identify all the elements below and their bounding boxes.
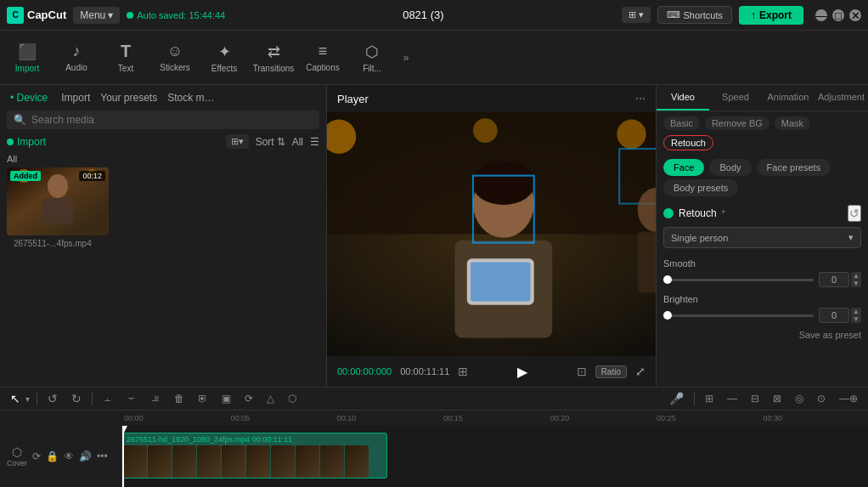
player-menu-icon[interactable]: ⋯	[635, 93, 645, 105]
brighten-value-input[interactable]	[819, 308, 849, 323]
effects-label: Effects	[211, 64, 237, 73]
clip-label: 2675511-hd_1920_1080_24fps.mp4 00:00:11:…	[127, 435, 292, 444]
timeline: 00:00 00:05 00:10 00:15 00:20 00:25 00:3…	[0, 411, 868, 487]
tab-stock[interactable]: Stock mate...	[167, 92, 218, 104]
tab-adjustment[interactable]: Adjustment	[814, 85, 868, 110]
select-tool-arrow[interactable]: ▾	[25, 394, 30, 404]
tool-transitions[interactable]: ⇄ Transitions	[250, 34, 297, 82]
right-tool-3[interactable]: ⊟	[747, 391, 763, 406]
right-tool-5[interactable]: ◎	[792, 391, 807, 406]
brighten-increment[interactable]: ▲	[851, 308, 861, 315]
tool-effects[interactable]: ✦ Effects	[200, 34, 248, 82]
track-controls: ⬡ Cover ⟳ 🔒 👁 🔊 •••	[0, 426, 122, 487]
main-toolbar: ⬛ Import ♪ Audio T Text ☺ Stickers ✦ Eff…	[0, 31, 868, 85]
body-button[interactable]: Body	[709, 159, 751, 176]
toolbar-more[interactable]: »	[397, 34, 414, 82]
tool-filter[interactable]: ⬡ Filt...	[348, 34, 396, 82]
tab-your-presets[interactable]: Your presets	[100, 92, 157, 104]
split-button-1[interactable]: ⫠	[99, 391, 116, 406]
subtab-mask[interactable]: Mask	[775, 116, 810, 130]
crop-button[interactable]: ▣	[218, 391, 234, 406]
export-button[interactable]: ↑ Export	[739, 6, 803, 25]
track-visibility-button[interactable]: 👁	[64, 450, 74, 462]
save-preset-button[interactable]: Save as preset	[657, 326, 868, 343]
brighten-decrement[interactable]: ▼	[851, 315, 861, 323]
smooth-value-input[interactable]	[819, 272, 849, 287]
split-button-3[interactable]: ⫡	[147, 391, 164, 406]
fullscreen-button[interactable]: ⤢	[635, 365, 645, 378]
filter-button[interactable]: ☰	[310, 136, 319, 148]
media-section-label: All	[0, 154, 326, 167]
tab-animation[interactable]: Animation	[762, 85, 814, 110]
right-tool-7[interactable]: —⊕	[836, 391, 861, 406]
layout-button[interactable]: ⊞ ▾	[622, 7, 651, 23]
shortcuts-button[interactable]: ⌨ Shortcuts	[657, 6, 732, 24]
import-button[interactable]: Import	[7, 136, 46, 148]
tool-text[interactable]: T Text	[102, 34, 149, 82]
right-tool-2[interactable]: —	[724, 391, 741, 406]
search-input[interactable]	[31, 114, 313, 126]
tool-stickers[interactable]: ☺ Stickers	[151, 34, 199, 82]
track-more-button[interactable]: •••	[97, 450, 108, 462]
smooth-increment[interactable]: ▲	[851, 272, 861, 280]
face-detect-icon[interactable]: ⊡	[577, 365, 587, 378]
smooth-slider[interactable]	[663, 279, 814, 281]
mic-button[interactable]: 🎤	[666, 390, 687, 407]
ratio-button[interactable]: Ratio	[595, 365, 627, 378]
right-tool-1[interactable]: ⊞	[702, 391, 717, 406]
tab-import[interactable]: Import	[61, 92, 90, 104]
redo-button[interactable]: ↻	[68, 390, 85, 407]
undo-button[interactable]: ↺	[44, 390, 61, 407]
sort-button[interactable]: Sort ⇅	[256, 136, 285, 148]
ruler-mark: 00:25	[655, 414, 761, 422]
tool-audio[interactable]: ♪ Audio	[53, 34, 100, 82]
right-tool-6[interactable]: ⊙	[814, 391, 829, 406]
close-button[interactable]: ✕	[849, 9, 861, 21]
minimize-button[interactable]: —	[815, 9, 827, 21]
tool-captions[interactable]: ≡ Captions	[299, 34, 347, 82]
view-toggle-button[interactable]: ⊞▾	[226, 134, 249, 149]
cover-label[interactable]: ⬡ Cover	[7, 445, 27, 467]
menu-button[interactable]: Menu ▾	[73, 7, 120, 24]
body-presets-button[interactable]: Body presets	[663, 179, 738, 196]
timeline-grid-icon[interactable]: ⊞	[458, 365, 468, 378]
shield-button[interactable]: ⛨	[194, 391, 211, 406]
track-audio-button[interactable]: 🔊	[79, 450, 92, 462]
select-tool-button[interactable]: ↖	[7, 390, 24, 407]
subtab-basic[interactable]: Basic	[663, 116, 700, 130]
maximize-button[interactable]: □	[832, 9, 844, 21]
play-button[interactable]: ▶	[512, 361, 533, 382]
track-lock-button[interactable]: 🔒	[46, 450, 59, 462]
brighten-slider[interactable]	[663, 314, 814, 317]
window-controls: — □ ✕	[815, 9, 861, 21]
smooth-decrement[interactable]: ▼	[851, 280, 861, 287]
tab-video[interactable]: Video	[657, 85, 709, 110]
list-item[interactable]: Added 00:12 2675511-...4fps.mp4	[7, 167, 109, 248]
rotate-button[interactable]: ⟳	[241, 391, 256, 406]
filter-all[interactable]: All	[292, 136, 303, 148]
face-presets-button[interactable]: Face presets	[757, 159, 831, 176]
subtab-retouch[interactable]: Retouch	[663, 135, 713, 150]
clip-frame	[123, 445, 147, 478]
audio-icon: ♪	[73, 42, 81, 60]
topbar-right: ⊞ ▾ ⌨ Shortcuts ↑ Export — □ ✕	[622, 6, 861, 25]
media-thumbnail[interactable]: Added 00:12	[7, 167, 109, 235]
split-button-2[interactable]: ⫟	[123, 391, 140, 406]
reset-button[interactable]: ↺	[848, 205, 861, 222]
playhead	[122, 426, 124, 487]
tab-speed[interactable]: Speed	[709, 85, 762, 110]
triangle-button[interactable]: △	[263, 391, 278, 406]
video-clip[interactable]: 2675511-hd_1920_1080_24fps.mp4 00:00:11:…	[122, 433, 387, 479]
person-dropdown[interactable]: Single person ▾	[663, 227, 861, 248]
subtab-remove-bg[interactable]: Remove BG	[705, 116, 769, 130]
svg-rect-13	[471, 263, 530, 302]
player-controls: 00:00:00:000 00:00:11:11 ⊞ ▶ ⊡ Ratio ⤢	[327, 356, 656, 387]
face-button[interactable]: Face	[663, 159, 704, 176]
left-tabs: • Device Import Your presets Stock mate.…	[0, 85, 326, 110]
delete-button[interactable]: 🗑	[171, 391, 188, 406]
track-rotate-button[interactable]: ⟳	[32, 450, 41, 462]
transform-button[interactable]: ⬡	[285, 391, 300, 406]
tab-device[interactable]: • Device	[7, 90, 51, 105]
right-tool-4[interactable]: ⊠	[769, 391, 785, 406]
tool-import[interactable]: ⬛ Import	[3, 34, 51, 82]
